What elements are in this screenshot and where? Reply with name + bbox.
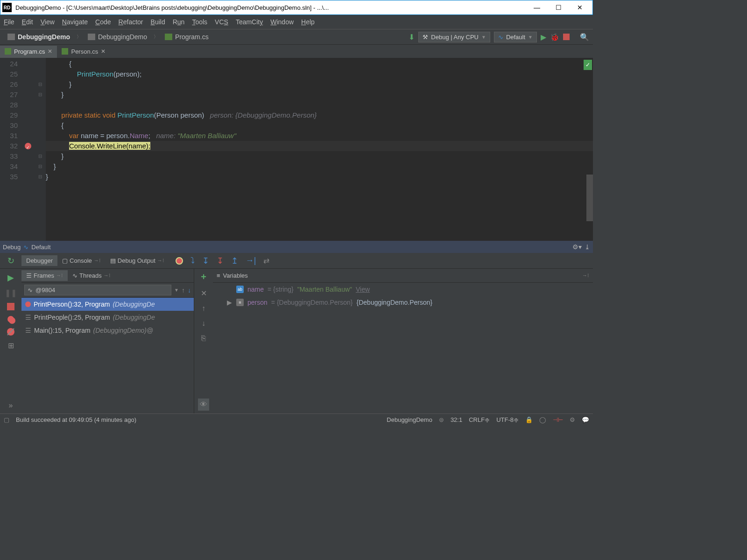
project-context[interactable]: DebuggingDemo bbox=[387, 416, 432, 423]
step-over-button[interactable]: ⤵ bbox=[190, 256, 195, 266]
settings-icon[interactable]: ⚙▾ bbox=[572, 243, 582, 251]
breadcrumb-file[interactable]: Program.cs bbox=[161, 32, 212, 42]
output-icon: ▤ bbox=[110, 257, 116, 264]
minimize-button[interactable]: — bbox=[526, 0, 548, 14]
line-separator[interactable]: CRLF≑ bbox=[469, 416, 490, 423]
window-title: DebuggingDemo - [C:\Users\maart\Desktop\… bbox=[15, 4, 526, 11]
caret-position[interactable]: 32:1 bbox=[451, 416, 462, 423]
copy-button[interactable]: ⎘ bbox=[201, 334, 206, 343]
frames-panel: ☰Frames→⁝ ∿Threads→⁝ ∿@9804 ▼ ↑ ↓ PrintP… bbox=[21, 269, 194, 413]
menu-help[interactable]: Help bbox=[301, 18, 315, 26]
pin-icon[interactable]: →⁝ bbox=[582, 273, 589, 279]
scrollbar[interactable] bbox=[586, 175, 593, 221]
file-encoding[interactable]: UTF-8≑ bbox=[496, 416, 519, 423]
code-editor[interactable]: 242526272829303132333435 ⊟⊟⊟⊟⊟ ✓ { Print… bbox=[0, 58, 593, 241]
target-icon[interactable]: ⊚ bbox=[439, 416, 444, 423]
down-button[interactable]: ↓ bbox=[202, 319, 205, 328]
frames-icon: ☰ bbox=[26, 272, 32, 279]
menu-edit[interactable]: Edit bbox=[22, 18, 33, 26]
search-icon[interactable]: 🔍 bbox=[580, 33, 589, 42]
menu-view[interactable]: View bbox=[41, 18, 55, 26]
dotnet-icon: ∿ bbox=[23, 244, 28, 251]
menu-build[interactable]: Build bbox=[151, 18, 165, 26]
fold-gutter[interactable]: ⊟⊟⊟⊟⊟ bbox=[35, 58, 46, 241]
debug-button[interactable]: 🐞 bbox=[550, 33, 559, 42]
mute-breakpoints-button[interactable] bbox=[7, 328, 14, 336]
debug-profile: Default bbox=[31, 244, 50, 251]
remove-watch-button[interactable]: ✕ bbox=[201, 289, 207, 298]
breadcrumb-project[interactable]: DebuggingDemo bbox=[4, 32, 74, 42]
stack-frame[interactable]: ☰Main():15, Program (DebuggingDemo)@ bbox=[21, 324, 194, 337]
threads-icon: ∿ bbox=[72, 272, 78, 279]
memory-icon[interactable]: ⚙ bbox=[570, 416, 575, 423]
force-step-into-button[interactable]: ↧ bbox=[217, 256, 224, 266]
stack-frame[interactable]: ☰PrintPeople():25, Program (DebuggingDe bbox=[21, 311, 194, 324]
close-icon[interactable]: ✕ bbox=[48, 48, 52, 55]
more-button[interactable]: » bbox=[9, 401, 13, 410]
lock-icon[interactable]: 🔒 bbox=[525, 416, 533, 423]
up-button[interactable]: ↑ bbox=[202, 304, 205, 313]
code-area[interactable]: ✓ { PrintPerson(person); } } private sta… bbox=[46, 58, 593, 241]
frames-tab[interactable]: ☰Frames→⁝ bbox=[21, 270, 68, 281]
show-watches-button[interactable]: 👁 bbox=[198, 399, 209, 411]
run-button[interactable]: ▶ bbox=[541, 33, 546, 42]
csharp-file-icon bbox=[165, 34, 172, 40]
step-into-button[interactable]: ↧ bbox=[202, 256, 209, 266]
pin-icon[interactable]: →⁝ bbox=[94, 258, 101, 264]
menu-navigate[interactable]: Navigate bbox=[62, 18, 88, 26]
stop-button[interactable] bbox=[563, 34, 570, 40]
pin-icon[interactable]: →⁝ bbox=[157, 258, 164, 264]
next-frame-button[interactable]: ↓ bbox=[188, 287, 191, 294]
menu-refactor[interactable]: Refactor bbox=[119, 18, 143, 26]
debug-output-tab[interactable]: ▤Debug Output→⁝ bbox=[106, 255, 169, 266]
console-tab[interactable]: ▢Console→⁝ bbox=[57, 255, 106, 266]
breakpoint-gutter[interactable] bbox=[21, 58, 35, 241]
menu-window[interactable]: Window bbox=[270, 18, 294, 26]
show-execution-point-button[interactable] bbox=[176, 257, 183, 265]
step-out-button[interactable]: ↥ bbox=[231, 256, 238, 266]
build-icon[interactable]: ⬇ bbox=[409, 33, 415, 42]
variable-row[interactable]: abname= {string} "Maarten Balliauw" View bbox=[213, 283, 593, 296]
debugger-tab[interactable]: Debugger bbox=[21, 255, 57, 266]
run-to-cursor-button[interactable]: →| bbox=[246, 256, 256, 266]
menu-run[interactable]: Run bbox=[173, 18, 185, 26]
threads-tab[interactable]: ∿Threads→⁝ bbox=[68, 270, 115, 281]
variables-toolbar: + ✕ ↑ ↓ ⎘ 👁 bbox=[194, 269, 213, 413]
stack-frame[interactable]: PrintPerson():32, Program (DebuggingDe bbox=[21, 298, 194, 311]
evaluate-button[interactable]: ⇄ bbox=[263, 256, 269, 265]
tab-person-cs[interactable]: Person.cs✕ bbox=[57, 46, 110, 58]
close-button[interactable]: ✕ bbox=[569, 0, 591, 14]
view-breakpoints-button[interactable] bbox=[7, 316, 14, 322]
profile-combo[interactable]: ∿Default▼ bbox=[494, 32, 537, 42]
hide-icon[interactable]: ⤓ bbox=[585, 243, 590, 251]
inspection-widget[interactable]: ◯ bbox=[539, 416, 546, 423]
maximize-button[interactable]: ☐ bbox=[548, 0, 569, 14]
resume-button[interactable]: ▶ bbox=[7, 273, 14, 283]
menu-tools[interactable]: Tools bbox=[192, 18, 207, 26]
menu-vcs[interactable]: VCS bbox=[215, 18, 228, 26]
breadcrumb-module[interactable]: DebuggingDemo bbox=[84, 32, 151, 42]
thread-selector[interactable]: ∿@9804 bbox=[24, 285, 171, 295]
close-icon[interactable]: ✕ bbox=[101, 48, 106, 55]
variable-row[interactable]: ▶≡person= {DebuggingDemo.Person} {Debugg… bbox=[213, 296, 593, 309]
notifications-icon[interactable]: 💬 bbox=[582, 416, 589, 423]
tab-program-cs[interactable]: Program.cs✕ bbox=[0, 46, 57, 58]
pause-button[interactable]: ❚❚ bbox=[5, 288, 17, 297]
rerun-button[interactable]: ↻ bbox=[7, 256, 14, 266]
inspection-ok-icon[interactable]: ✓ bbox=[584, 60, 592, 70]
menu-teamcity[interactable]: TeamCity bbox=[236, 18, 263, 26]
chevron-down-icon[interactable]: ▼ bbox=[174, 287, 179, 293]
status-icon[interactable]: ▢ bbox=[4, 416, 9, 423]
debug-tabs: ↻ Debugger ▢Console→⁝ ▤Debug Output→⁝ ⤵ … bbox=[0, 253, 593, 269]
add-watch-button[interactable]: + bbox=[201, 272, 206, 282]
prev-frame-button[interactable]: ↑ bbox=[182, 287, 185, 294]
menu-file[interactable]: File bbox=[4, 18, 14, 26]
run-config-combo[interactable]: ⚒Debug | Any CPU▼ bbox=[418, 32, 490, 42]
view-link[interactable]: View bbox=[356, 286, 370, 293]
chevron-right-icon: 〉 bbox=[154, 34, 158, 40]
menu-code[interactable]: Code bbox=[95, 18, 111, 26]
stop-button[interactable] bbox=[7, 303, 14, 310]
console-icon: ▢ bbox=[62, 257, 68, 264]
layout-button[interactable]: ⊞ bbox=[8, 341, 14, 350]
error-stripe-icon[interactable]: ⊣⊢ bbox=[553, 416, 563, 423]
